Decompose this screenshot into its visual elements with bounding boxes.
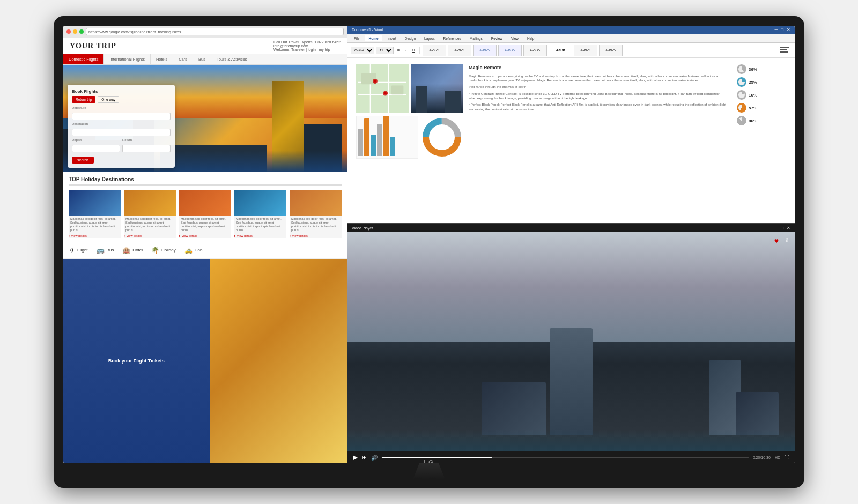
hotel-icon: 🏨 [122,247,130,254]
address-bar[interactable]: https://www.google.com/?q=online+flight+… [86,28,344,35]
video-titlebar: Video Player ─ □ ✕ [347,224,795,232]
italic-button[interactable]: I [403,48,409,53]
flight-promo[interactable]: Book your Flight Tickets [63,259,210,463]
promo-text: Book your Flight Tickets [108,358,165,364]
svg-point-11 [374,80,376,83]
normal-style[interactable]: AaBbCc [423,45,446,56]
title-style[interactable]: AaBb [549,45,572,56]
word-tab-layout[interactable]: Layout [421,35,438,41]
video-progress-fill [382,457,492,458]
play-button[interactable]: ▶ [353,454,358,461]
browser-minimize-dot[interactable] [73,29,77,34]
return-input[interactable] [122,145,171,152]
nav-domestic-flights[interactable]: Domestic Flights [63,54,104,64]
word-tab-references[interactable]: References [440,35,464,41]
monitor-stand [413,463,445,479]
nav-cab[interactable]: 🚕 Cab [184,247,203,254]
word-tab-file[interactable]: File [351,35,363,41]
heart-icon[interactable]: ♥ [774,236,779,245]
dest-link-2[interactable]: ▸ View details [124,234,176,238]
word-tab-insert[interactable]: Insert [384,35,400,41]
stat-value-1: 36% [749,67,757,72]
heading2-style[interactable]: AaBbCc [498,45,522,56]
search-button[interactable]: search [72,157,94,164]
fullscreen-button[interactable]: ⛶ [785,455,789,460]
bar-4 [377,124,382,156]
destination-input[interactable] [72,129,171,136]
one-way-tab[interactable]: One way [98,96,119,103]
dest-link-3[interactable]: ▸ View details [179,234,231,238]
word-tab-mailings[interactable]: Mailings [467,35,486,41]
destination-card-3: Maecenas sed dolor felis, sit amet. Sed … [179,190,231,238]
no-spacing-style[interactable]: AaBbCc [448,45,471,56]
stat-row-3: 16% [737,90,782,100]
video-progress-bar[interactable] [382,457,749,458]
browser-close-dot[interactable] [66,29,71,34]
bar-3 [371,135,376,156]
bold-button[interactable]: B [395,48,402,53]
word-maximize-btn[interactable]: □ [781,27,783,32]
volume-button[interactable]: 🔊 [371,455,378,461]
share-icon[interactable]: ⇪ [784,236,789,244]
dest-text-3: Maecenas sed dolor felis, sit amet. Sed … [179,216,231,234]
svg-rect-2 [780,51,788,53]
donut-svg [420,116,463,159]
video-close-btn[interactable]: ✕ [787,226,790,231]
nav-hotel[interactable]: 🏨 Hotel [122,247,143,254]
return-date-field: Return [122,138,171,152]
word-tab-home[interactable]: Home [365,35,382,41]
total-time: 10:30 [761,456,771,459]
strong-style[interactable]: AaBbCc [599,45,623,56]
heading1-style[interactable]: AaBbCc [473,45,497,56]
travel-welcome: Welcome, Traveler | login | my trip [273,48,341,51]
word-doc-body: Magic Remote Magic Remote can operate ev… [347,58,795,223]
dest-link-4[interactable]: ▸ View details [234,234,286,238]
word-tab-view[interactable]: View [508,35,522,41]
nav-hotels[interactable]: Hotels [151,54,173,64]
travel-phone: Call Our Travel Experts: 1 877 628 6452 [273,40,341,44]
nav-international-flights[interactable]: International Flights [104,54,150,64]
dest-link-1[interactable]: ▸ View details [69,234,121,238]
word-tab-help[interactable]: Help [524,35,537,41]
depart-label: Depart [72,138,120,142]
cab-icon: 🚕 [184,247,193,254]
destination-card-5: Maecenas sed dolor felis, sit amet. Sed … [290,190,342,238]
video-minimize-btn[interactable]: ─ [774,226,778,231]
word-minimize-btn[interactable]: ─ [774,27,778,32]
nav-cars[interactable]: Cars [173,54,193,64]
dest-text-5: Maecenas sed dolor felis, sit amet. Sed … [290,216,342,234]
font-size-select[interactable]: 11 [376,47,394,54]
travel-website-panel: https://www.google.com/?q=online+flight+… [63,26,347,463]
monitor-screen: https://www.google.com/?q=online+flight+… [63,26,795,463]
word-tab-design[interactable]: Design [402,35,419,41]
video-building-far-right [736,392,779,435]
video-player-panel: Video Player ─ □ ✕ [347,224,795,463]
bus-icon: 🚌 [97,247,105,254]
depart-input[interactable] [72,145,120,152]
holiday-icon: 🌴 [151,247,159,254]
quality-button[interactable]: HD [775,456,780,459]
stat-row-1: 36% [737,64,782,74]
subtitle-style[interactable]: AaBbCc [574,45,597,56]
word-para-2: tried range through the analysis of dept… [469,85,727,89]
change-styles-button[interactable] [778,44,792,56]
heading3-style[interactable]: AaBbCc [523,45,547,56]
next-button[interactable]: ⏭ [362,455,367,460]
word-close-btn[interactable]: ✕ [787,27,790,32]
underline-button[interactable]: U [410,48,417,53]
video-viewport: ♥ ⇪ [347,232,795,451]
departure-input[interactable] [72,113,171,120]
dest-link-5[interactable]: ▸ View details [290,234,342,238]
word-tab-review[interactable]: Review [488,35,506,41]
browser-maximize-dot[interactable] [79,29,84,34]
nav-bus[interactable]: Bus [193,54,211,64]
video-maximize-btn[interactable]: □ [781,226,783,231]
nav-flight[interactable]: ✈ Flight [70,247,88,254]
nav-tours[interactable]: Tours & Activities [211,54,253,64]
font-family-select[interactable]: Calibri [351,47,374,54]
nav-holiday[interactable]: 🌴 Holiday [151,247,176,254]
word-toolbar: Calibri 11 B I U AaBbCc AaBbCc AaBbCc Aa… [347,43,795,58]
nav-bus[interactable]: 🚌 Bus [97,247,114,254]
return-trip-tab[interactable]: Return trip [72,96,95,103]
bar-1 [358,129,363,156]
